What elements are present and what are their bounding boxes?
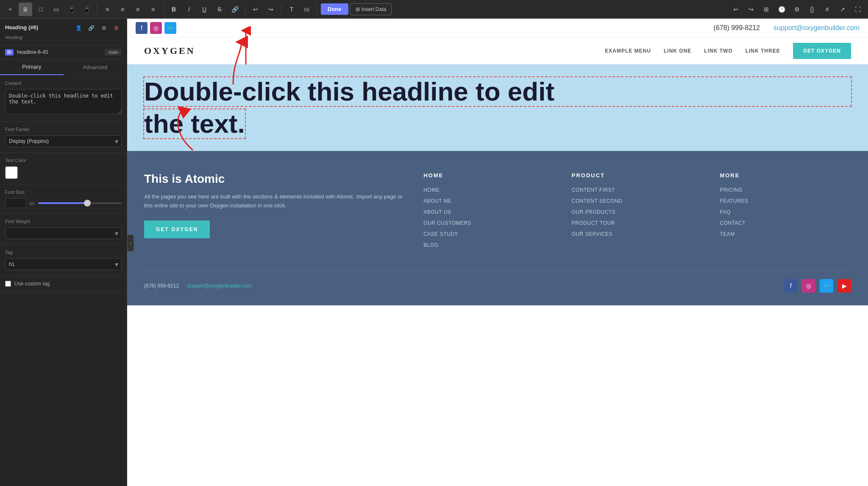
- history-button[interactable]: ↩: [729, 3, 743, 16]
- footer-link-contact[interactable]: CONTACT: [720, 220, 851, 226]
- color-swatch[interactable]: [5, 166, 18, 179]
- tag-select[interactable]: h1 h2h3h4pdiv: [5, 258, 122, 270]
- font-weight-label: Font Weight: [5, 219, 122, 224]
- facebook-button[interactable]: f: [136, 22, 147, 34]
- footer-twitter-button[interactable]: 🐦: [820, 279, 833, 293]
- element-id-row: ID headline-6-45 state: [0, 45, 127, 59]
- undo-button[interactable]: ↩: [249, 3, 262, 16]
- text-button[interactable]: T: [285, 3, 298, 16]
- add-element-button[interactable]: ＋: [3, 3, 17, 16]
- done-button[interactable]: Done: [321, 3, 348, 15]
- hero-section: Double-click this headline to edit the t…: [127, 64, 868, 151]
- hero-heading-text2: the text.: [144, 109, 245, 138]
- align-justify-button[interactable]: ≡: [146, 3, 160, 16]
- font-weight-wrapper: 400 700 900: [5, 227, 122, 239]
- expand-button[interactable]: ⛶: [851, 3, 865, 16]
- footer-link-case-study[interactable]: CASE STUDY: [423, 231, 555, 237]
- redo-right-button[interactable]: ↪: [744, 3, 758, 16]
- settings-button[interactable]: ⚙: [790, 3, 804, 16]
- font-size-slider[interactable]: [38, 202, 122, 204]
- footer-instagram-button[interactable]: ◎: [802, 279, 815, 293]
- nav-link-two[interactable]: LINK TWO: [704, 48, 732, 54]
- canvas-area: f ◎ 🐦 (678) 999-8212 support@oxygenbuild…: [127, 19, 868, 486]
- footer-link-content-first[interactable]: CONTENT FIRST: [572, 187, 703, 193]
- footer-col2: PRODUCT CONTENT FIRST CONTENT SECOND OUR…: [572, 172, 703, 253]
- export-button[interactable]: ↗: [836, 3, 849, 16]
- main-toolbar: ＋ 🖥 □ ▭ 📱 📱 ≡ ≡ ≡ ≡ B I U S 🔗 ↩ ↪ T {s} …: [0, 0, 868, 19]
- footer-link-features[interactable]: FEATURES: [720, 198, 851, 204]
- footer-bottom-left: (678) 999-8212 support@oxygenbuilder.com: [144, 283, 252, 289]
- panel-subtitle: Heading: [5, 35, 22, 40]
- footer-youtube-button[interactable]: ▶: [837, 279, 851, 293]
- sidebar-collapse-button[interactable]: ‹: [127, 235, 134, 251]
- footer-link-our-products[interactable]: OUR PRODUCTS: [572, 209, 703, 215]
- mobile-view-button[interactable]: 📱: [64, 3, 78, 16]
- element-link-button[interactable]: 👤: [73, 23, 83, 33]
- footer-link-team[interactable]: TEAM: [720, 231, 851, 237]
- twitter-button[interactable]: 🐦: [164, 22, 176, 34]
- shortcode-button[interactable]: {s}: [300, 3, 314, 16]
- text-color-section: Text Color: [0, 153, 127, 184]
- redo-button[interactable]: ↪: [264, 3, 278, 16]
- footer-link-blog[interactable]: BLOG: [423, 242, 555, 248]
- instagram-button[interactable]: ◎: [150, 22, 162, 34]
- link-button[interactable]: 🔗: [228, 3, 242, 16]
- nav-link-three[interactable]: LINK THREE: [746, 48, 780, 54]
- footer-link-home[interactable]: HOME: [423, 187, 555, 193]
- tab-advanced[interactable]: Advanced: [64, 59, 127, 75]
- footer-col3-title: MORE: [720, 172, 851, 179]
- footer-facebook-button[interactable]: f: [784, 279, 798, 293]
- footer-bottom-email: support@oxygenbuilder.com: [187, 283, 252, 289]
- nav-cta-button[interactable]: GET OXYGEN: [793, 43, 851, 59]
- bold-button[interactable]: B: [167, 3, 181, 16]
- footer-description: All the pages you see here are built wit…: [144, 193, 406, 210]
- tablet-portrait-button[interactable]: ▭: [49, 3, 63, 16]
- tablet-view-button[interactable]: □: [34, 3, 47, 16]
- state-button[interactable]: state: [105, 49, 122, 56]
- toolbar-right-controls: ↩ ↪ ⊞ 🕐 ⚙ {} # ↗ ⛶: [729, 3, 865, 16]
- desktop-view-button[interactable]: 🖥: [19, 3, 32, 16]
- insert-data-label: Insert Data: [362, 6, 387, 12]
- font-weight-section: Font Weight 400 700 900: [0, 214, 127, 245]
- hero-heading-line2[interactable]: the text.: [144, 109, 245, 138]
- footer-link-customers[interactable]: OUR CUSTOMERS: [423, 220, 555, 226]
- tag-wrapper: h1 h2h3h4pdiv: [5, 258, 122, 270]
- tab-primary[interactable]: Primary: [0, 59, 64, 75]
- footer-link-product-tour[interactable]: PRODUCT TOUR: [572, 220, 703, 226]
- align-right-button[interactable]: ≡: [131, 3, 145, 16]
- content-textarea[interactable]: Double-click this headline to edit the t…: [5, 89, 122, 115]
- clock-button[interactable]: 🕐: [775, 3, 788, 16]
- footer-col1-title: HOME: [423, 172, 555, 179]
- element-delete-button[interactable]: 🗑: [111, 23, 122, 33]
- element-copy-button[interactable]: ⧉: [99, 23, 109, 33]
- code-button[interactable]: {}: [805, 3, 819, 16]
- custom-tag-checkbox[interactable]: [5, 281, 11, 287]
- font-size-section: Font Size px: [0, 184, 127, 214]
- mobile-small-button[interactable]: 📱: [80, 3, 93, 16]
- element-chain-button[interactable]: 🔗: [86, 23, 96, 33]
- insert-data-button[interactable]: ⊞ Insert Data: [350, 3, 392, 15]
- footer-link-pricing[interactable]: PRICING: [720, 187, 851, 193]
- footer-link-faq[interactable]: FAQ: [720, 209, 851, 215]
- footer-link-about-us[interactable]: ABOUT US: [423, 209, 555, 215]
- italic-button[interactable]: I: [182, 3, 196, 16]
- nav-link-example[interactable]: EXAMPLE MENU: [605, 48, 651, 54]
- underline-button[interactable]: U: [198, 3, 211, 16]
- footer-link-about-me[interactable]: ABOUT ME: [423, 198, 555, 204]
- structure-button[interactable]: ⊞: [760, 3, 773, 16]
- footer-cta-button[interactable]: GET OXYGEN: [144, 221, 210, 238]
- grid-button[interactable]: #: [821, 3, 834, 16]
- strikethrough-button[interactable]: S: [213, 3, 226, 16]
- font-family-select[interactable]: Display (Poppins): [5, 135, 122, 147]
- align-left-button[interactable]: ≡: [100, 3, 114, 16]
- font-size-input[interactable]: [5, 198, 26, 208]
- footer-bottom-phone: (678) 999-8212: [144, 283, 179, 289]
- font-weight-select[interactable]: 400 700 900: [5, 227, 122, 239]
- footer-link-our-services[interactable]: OUR SERVICES: [572, 231, 703, 237]
- hero-heading[interactable]: Double-click this headline to edit: [144, 77, 851, 106]
- align-center-button[interactable]: ≡: [116, 3, 129, 16]
- site-footer: This is Atomic All the pages you see her…: [127, 151, 868, 305]
- nav-link-one[interactable]: LINK ONE: [664, 48, 691, 54]
- footer-link-content-second[interactable]: CONTENT SECOND: [572, 198, 703, 204]
- topbar-email: support@oxygenbuilder.com: [773, 24, 860, 32]
